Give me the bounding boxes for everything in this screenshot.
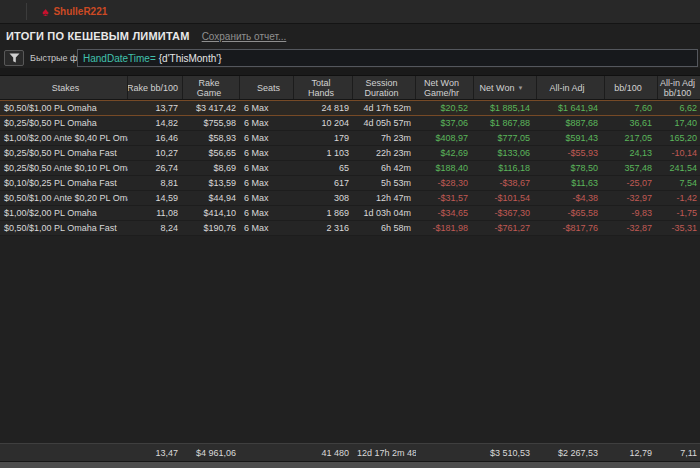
column-header-label: Seats	[257, 83, 280, 93]
cell-session-duration: 12d 17h 2m 48s	[353, 444, 416, 462]
cell-rake-bb100: 13,47	[128, 444, 183, 462]
column-header-session-duration[interactable]: SessionDuration	[353, 76, 416, 99]
column-header-bb100[interactable]: bb/100	[605, 76, 658, 99]
table-row[interactable]: $0,25/$0,50 Ante $0,10 PL Omaha26,74$8,6…	[0, 161, 700, 176]
cell-stakes: $1,00/$2,00 PL Omaha	[0, 206, 128, 220]
cell-session-duration: 4d 05h 57m	[353, 116, 416, 130]
cell-rake-bb100: 13,77	[128, 101, 183, 115]
quick-filter-input[interactable]: HandDateTime= {d'ThisMonth'}	[77, 49, 698, 67]
cell-total-hands: 41 480	[294, 444, 353, 462]
title-bar: ИТОГИ ПО КЕШЕВЫМ ЛИМИТАМ Сохранить отчет…	[0, 24, 700, 48]
cell-rake-game: $56,65	[183, 146, 240, 160]
cell-rake-game: $13,59	[183, 176, 240, 190]
cell-seats: 6 Max	[240, 146, 294, 160]
column-header-label: Net Won▼	[480, 83, 524, 93]
table-row[interactable]: $1,00/$2,00 Ante $0,40 PL Omaha16,46$58,…	[0, 131, 700, 146]
cell-all-in-adj-bb100: 165,20	[658, 131, 700, 145]
spacer	[0, 68, 700, 75]
cell-bb100: -32,97	[605, 191, 658, 205]
cell-stakes	[0, 444, 128, 462]
cell-net-won-game-hr: -$31,57	[416, 191, 474, 205]
bottom-scrollbar-strip[interactable]	[0, 462, 700, 468]
column-header-rake-bb100[interactable]: Rake bb/100	[128, 76, 183, 99]
column-header-rake-game[interactable]: RakeGame	[183, 76, 240, 99]
tab-divider	[26, 3, 27, 20]
cell-net-won-game-hr: -$181,98	[416, 221, 474, 235]
cell-all-in-adj: $887,68	[537, 116, 605, 130]
column-header-all-in-adj-bb100[interactable]: All-in Adjbb/100	[658, 76, 700, 99]
table-row[interactable]: $1,00/$2,00 PL Omaha11,08$414,106 Max1 8…	[0, 206, 700, 221]
cell-rake-game: $4 961,06	[183, 444, 240, 462]
cell-rake-bb100: 10,27	[128, 146, 183, 160]
cell-rake-game: $58,93	[183, 131, 240, 145]
column-header-label: All-in Adj	[549, 83, 584, 93]
cell-seats: 6 Max	[240, 161, 294, 175]
sort-desc-icon: ▼	[517, 85, 523, 91]
column-header-label: Duration	[364, 88, 398, 98]
column-header-seats[interactable]: Seats	[240, 76, 294, 99]
cell-rake-game: $755,98	[183, 116, 240, 130]
cell-net-won-game-hr: -$28,30	[416, 176, 474, 190]
cell-total-hands: 1 103	[294, 146, 353, 160]
column-header-all-in-adj[interactable]: All-in Adj	[537, 76, 605, 99]
cell-net-won: -$761,27	[474, 221, 537, 235]
cell-all-in-adj-bb100: 17,40	[658, 116, 700, 130]
cell-bb100: -9,83	[605, 206, 658, 220]
column-header-net-won[interactable]: Net Won▼	[474, 76, 537, 99]
cell-bb100: 7,60	[605, 101, 658, 115]
cell-stakes: $0,50/$1,00 Ante $0,20 PL Omaha	[0, 191, 128, 205]
cell-all-in-adj-bb100: 6,62	[658, 101, 700, 115]
cell-stakes: $0,50/$1,00 PL Omaha Fast	[0, 221, 128, 235]
cell-net-won-game-hr: $188,40	[416, 161, 474, 175]
cell-all-in-adj: $591,43	[537, 131, 605, 145]
column-header-label: Total	[311, 78, 330, 88]
filter-bar: Быстрые фильтры HandDateTime= {d'ThisMon…	[0, 48, 700, 68]
cell-total-hands: 65	[294, 161, 353, 175]
cell-stakes: $0,25/$0,50 PL Omaha	[0, 116, 128, 130]
table-row[interactable]: $0,50/$1,00 PL Omaha13,77$3 417,426 Max2…	[0, 100, 700, 116]
cell-all-in-adj: -$55,93	[537, 146, 605, 160]
cell-net-won: $116,18	[474, 161, 537, 175]
account-name: ShulleR221	[53, 6, 107, 17]
app-window: ♠ ShulleR221 ИТОГИ ПО КЕШЕВЫМ ЛИМИТАМ Со…	[0, 0, 700, 468]
results-table: StakesRake bb/100RakeGameSeatsTotalHands…	[0, 75, 700, 468]
table-row[interactable]: $0,25/$0,50 PL Omaha Fast10,27$56,656 Ma…	[0, 146, 700, 161]
cell-net-won: $1 885,14	[474, 101, 537, 115]
cell-stakes: $0,50/$1,00 PL Omaha	[0, 101, 128, 115]
save-report-link[interactable]: Сохранить отчет...	[202, 31, 287, 42]
cell-seats: 6 Max	[240, 206, 294, 220]
cell-net-won-game-hr: $37,06	[416, 116, 474, 130]
cell-all-in-adj-bb100: 7,54	[658, 176, 700, 190]
table-row[interactable]: $0,25/$0,50 PL Omaha14,82$755,986 Max10 …	[0, 116, 700, 131]
cell-rake-bb100: 26,74	[128, 161, 183, 175]
column-header-label: Session	[365, 78, 397, 88]
column-header-total-hands[interactable]: TotalHands	[294, 76, 353, 99]
cell-total-hands: 1 869	[294, 206, 353, 220]
pokerstars-spade-icon: ♠	[42, 6, 48, 18]
cell-bb100: -25,07	[605, 176, 658, 190]
totals-cells: 13,47$4 961,0641 48012d 17h 2m 48s$3 510…	[0, 444, 700, 462]
cell-seats: 6 Max	[240, 101, 294, 115]
table-row[interactable]: $0,10/$0,25 PL Omaha Fast8,81$13,596 Max…	[0, 176, 700, 191]
column-header-stakes[interactable]: Stakes	[0, 76, 128, 99]
table-row[interactable]: $0,50/$1,00 Ante $0,20 PL Omaha14,59$44,…	[0, 191, 700, 206]
cell-all-in-adj: -$65,58	[537, 206, 605, 220]
table-empty-area	[0, 236, 700, 443]
column-header-label: bb/100	[614, 83, 642, 93]
cell-rake-bb100: 14,59	[128, 191, 183, 205]
table-row[interactable]: $0,50/$1,00 PL Omaha Fast8,24$190,766 Ma…	[0, 221, 700, 236]
filter-funnel-button[interactable]	[4, 50, 24, 66]
cell-all-in-adj-bb100: 7,11	[658, 444, 700, 462]
cell-bb100: 36,61	[605, 116, 658, 130]
cell-rake-bb100: 8,81	[128, 176, 183, 190]
cell-rake-game: $3 417,42	[183, 101, 240, 115]
table-header: StakesRake bb/100RakeGameSeatsTotalHands…	[0, 75, 700, 100]
column-header-net-won-game-hr[interactable]: Net WonGame/hr	[416, 76, 474, 99]
cell-session-duration: 1d 03h 04m	[353, 206, 416, 220]
cell-all-in-adj: $11,63	[537, 176, 605, 190]
cell-session-duration: 6h 58m	[353, 221, 416, 235]
cell-net-won: -$101,54	[474, 191, 537, 205]
cell-bb100: 12,79	[605, 444, 658, 462]
filter-keyword: HandDateTime=	[83, 53, 156, 64]
account-tab[interactable]: ♠ ShulleR221	[40, 0, 117, 23]
